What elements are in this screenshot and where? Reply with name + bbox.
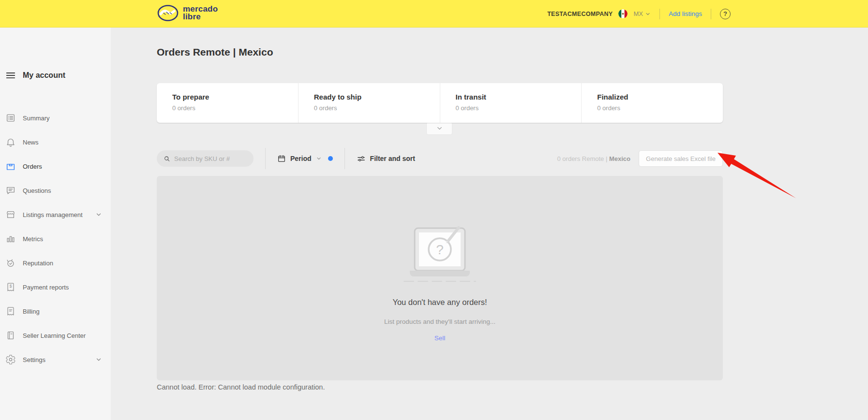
summary-icon bbox=[5, 113, 16, 123]
mexico-flag-icon[interactable] bbox=[618, 9, 628, 18]
expand-cards-button[interactable] bbox=[426, 122, 452, 135]
empty-state-subtitle: List products and they'll start arriving… bbox=[157, 318, 723, 325]
laptop-question-illustration: ? bbox=[401, 224, 479, 287]
search-icon bbox=[164, 155, 170, 163]
search-input[interactable] bbox=[174, 155, 247, 162]
country-selector[interactable]: MX bbox=[633, 10, 651, 17]
chevron-down-icon bbox=[316, 156, 322, 161]
questions-bubble-icon bbox=[5, 185, 16, 196]
listings-store-icon bbox=[5, 209, 16, 220]
sidebar: My account Summary News bbox=[0, 28, 111, 420]
sidebar-item-metrics[interactable]: Metrics bbox=[0, 227, 111, 251]
sidebar-item-seller-learning-center[interactable]: Seller Learning Center bbox=[0, 323, 111, 348]
sidebar-item-questions[interactable]: Questions bbox=[0, 178, 111, 203]
status-card-finalized[interactable]: Finalized 0 orders bbox=[581, 83, 723, 123]
module-error-message: Cannot load. Error: Cannot load module c… bbox=[157, 383, 325, 391]
sidebar-item-listings-management[interactable]: Listings management bbox=[0, 203, 111, 227]
mercado-libre-logo[interactable]: mercado libre bbox=[157, 3, 218, 23]
account-name[interactable]: TESTACMECOMPANY bbox=[547, 11, 613, 17]
search-box[interactable] bbox=[157, 150, 254, 167]
period-active-indicator-dot bbox=[328, 156, 333, 161]
sidebar-item-summary[interactable]: Summary bbox=[0, 106, 111, 130]
reputation-medal-icon bbox=[5, 258, 16, 268]
sidebar-nav: Summary News Orders bbox=[0, 106, 111, 372]
header-divider bbox=[711, 9, 711, 19]
filter-sliders-icon bbox=[357, 154, 366, 163]
status-card-in-transit[interactable]: In transit 0 orders bbox=[440, 83, 582, 123]
header-divider bbox=[659, 9, 660, 19]
sidebar-item-payment-reports[interactable]: $ Payment reports bbox=[0, 275, 111, 299]
sidebar-menu-toggle[interactable]: My account bbox=[0, 70, 111, 81]
sidebar-item-news[interactable]: News bbox=[0, 130, 111, 154]
toolbar-right-group: 0 orders Remote | Mexico Generate sales … bbox=[557, 150, 723, 167]
svg-text:?: ? bbox=[436, 242, 444, 257]
chevron-down-icon bbox=[645, 11, 651, 17]
sidebar-item-billing[interactable]: Billing bbox=[0, 299, 111, 323]
hamburger-menu-icon bbox=[5, 70, 16, 81]
header-right-group: TESTACMECOMPANY MX bbox=[547, 0, 731, 28]
order-status-cards-panel: To prepare 0 orders Ready to ship 0 orde… bbox=[157, 83, 723, 123]
chevron-down-icon[interactable] bbox=[95, 211, 102, 218]
help-icon[interactable]: ? bbox=[720, 9, 731, 19]
period-filter-button[interactable]: Period bbox=[277, 154, 333, 163]
status-card-ready-to-ship[interactable]: Ready to ship 0 orders bbox=[298, 83, 440, 123]
orders-box-icon bbox=[5, 161, 16, 172]
handshake-logo-icon bbox=[157, 3, 179, 23]
orders-count-text: 0 orders Remote | bbox=[557, 155, 609, 162]
svg-text:$: $ bbox=[10, 284, 12, 289]
toolbar-divider bbox=[265, 148, 266, 169]
orders-count-summary: 0 orders Remote | Mexico bbox=[557, 155, 631, 162]
news-bell-icon bbox=[5, 137, 16, 147]
sell-link[interactable]: Sell bbox=[157, 334, 723, 342]
filter-and-sort-button[interactable]: Filter and sort bbox=[357, 154, 415, 163]
empty-state-title: You don't have any orders! bbox=[157, 298, 723, 307]
calendar-icon bbox=[277, 154, 286, 163]
add-listings-link[interactable]: Add listings bbox=[669, 10, 702, 17]
billing-receipt-icon bbox=[5, 306, 16, 317]
sidebar-item-settings[interactable]: Settings bbox=[0, 348, 111, 372]
empty-orders-panel: ? You don't have any orders! List produc… bbox=[157, 176, 723, 380]
sidebar-item-reputation[interactable]: Reputation bbox=[0, 251, 111, 275]
page-title: Orders Remote | Mexico bbox=[157, 46, 273, 58]
learning-book-icon bbox=[5, 330, 16, 341]
settings-gear-icon bbox=[5, 354, 16, 365]
metrics-bars-icon bbox=[5, 233, 16, 244]
orders-count-region: Mexico bbox=[609, 155, 630, 162]
orders-toolbar: Period Filter and sort 0 orders Remote |… bbox=[157, 148, 723, 169]
country-code: MX bbox=[633, 10, 643, 17]
sidebar-title: My account bbox=[23, 71, 65, 80]
generate-sales-excel-button[interactable]: Generate sales Excel file bbox=[639, 150, 723, 167]
chevron-down-icon bbox=[436, 125, 443, 132]
top-header: mercado libre TESTACMECOMPANY MX bbox=[0, 0, 868, 28]
toolbar-divider bbox=[344, 148, 345, 169]
chevron-down-icon[interactable] bbox=[95, 356, 102, 363]
payment-receipt-icon: $ bbox=[5, 282, 16, 292]
mercado-libre-seller-screen: mercado libre TESTACMECOMPANY MX bbox=[0, 0, 868, 420]
status-card-to-prepare[interactable]: To prepare 0 orders bbox=[157, 83, 298, 123]
sidebar-item-orders[interactable]: Orders bbox=[0, 154, 111, 178]
logo-wordmark: mercado libre bbox=[183, 5, 218, 21]
